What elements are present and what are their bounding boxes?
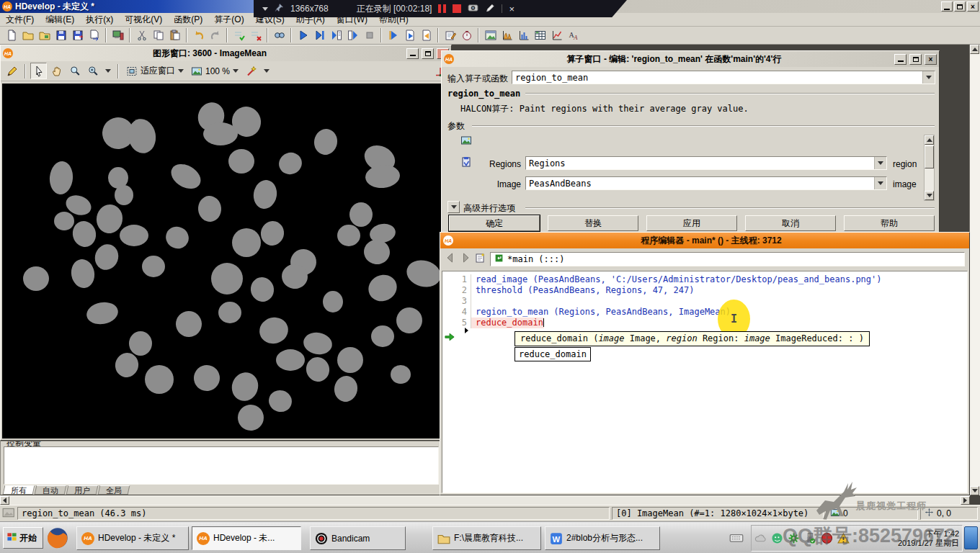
replace-button[interactable]: 替换 bbox=[548, 215, 638, 231]
execute-to-cursor-icon[interactable] bbox=[401, 27, 418, 43]
line-profile-icon[interactable] bbox=[548, 27, 565, 43]
start-button[interactable]: 开始 bbox=[3, 527, 43, 549]
stop-record-icon[interactable] bbox=[453, 4, 461, 13]
show-desktop-button[interactable] bbox=[964, 526, 978, 549]
dropdown-arrow-icon[interactable] bbox=[874, 157, 886, 169]
feature-histogram-icon[interactable] bbox=[515, 27, 532, 43]
image-canvas[interactable] bbox=[2, 84, 450, 439]
task-button-3[interactable]: Bandicam bbox=[310, 526, 406, 550]
variable-tab-全局[interactable]: 全局 bbox=[98, 485, 130, 495]
warning-icon[interactable] bbox=[837, 532, 850, 544]
task-button-1[interactable]: HAHDevelop - 未定义 * bbox=[76, 526, 189, 550]
deactivate-line-icon[interactable] bbox=[247, 27, 264, 43]
code-line-3[interactable]: 3 bbox=[442, 296, 967, 307]
main-horizontal-scrollbar[interactable] bbox=[0, 495, 970, 505]
restore-button[interactable] bbox=[954, 1, 966, 12]
save-program-icon[interactable] bbox=[53, 27, 69, 43]
keyboard-icon[interactable] bbox=[729, 531, 744, 547]
firefox-icon[interactable] bbox=[45, 526, 71, 552]
graphics-window-title-bar[interactable]: HA 图形窗口: 3600 - ImageMean × bbox=[1, 45, 451, 61]
magic-wand-icon[interactable] bbox=[243, 63, 259, 79]
control-variables-panel[interactable] bbox=[4, 446, 439, 485]
undo-icon[interactable] bbox=[190, 27, 207, 43]
taskbar-clock[interactable]: 下午 1:42 2019/1/27 星期日 bbox=[898, 529, 959, 548]
menu-item-函数(P)[interactable]: 函数(P) bbox=[168, 12, 208, 27]
scroll-up-icon[interactable] bbox=[970, 45, 979, 54]
magnifier-tool-icon[interactable] bbox=[66, 63, 83, 79]
pencil-icon[interactable] bbox=[485, 3, 495, 15]
task-button-2[interactable]: HAHDevelop - 未... bbox=[192, 526, 301, 550]
minimize-button[interactable] bbox=[941, 1, 953, 12]
close-overlay-icon[interactable]: × bbox=[509, 4, 514, 14]
main-vertical-scrollbar[interactable] bbox=[969, 45, 980, 495]
zoom-dropdown-icon[interactable] bbox=[102, 66, 113, 77]
redo-icon[interactable] bbox=[207, 27, 223, 43]
pointer-tool-icon[interactable] bbox=[30, 63, 47, 79]
open-example-icon[interactable] bbox=[36, 27, 53, 43]
chevron-down-icon[interactable] bbox=[262, 7, 268, 11]
menu-item-文件(F)[interactable]: 文件(F) bbox=[0, 12, 40, 27]
step-into-icon[interactable] bbox=[328, 27, 344, 43]
fit-window-combo[interactable]: 适应窗口 bbox=[123, 63, 187, 79]
image-matrix-icon[interactable] bbox=[532, 27, 548, 43]
capture-settings-icon[interactable] bbox=[110, 27, 126, 43]
edit-program-icon[interactable] bbox=[442, 27, 458, 43]
stop-execution-icon[interactable] bbox=[361, 27, 378, 43]
param-image-field[interactable]: PeasAndBeans bbox=[525, 176, 887, 190]
variable-tab-所有[interactable]: 所有 bbox=[3, 485, 35, 495]
pan-tool-icon[interactable] bbox=[48, 63, 65, 79]
variable-tab-用户[interactable]: 用户 bbox=[66, 485, 99, 495]
scroll-down-icon[interactable] bbox=[925, 191, 934, 200]
draw-region-icon[interactable] bbox=[4, 63, 20, 79]
gear-icon[interactable] bbox=[788, 532, 800, 544]
apply-button[interactable]: 应用 bbox=[646, 215, 737, 231]
task-button-5[interactable]: W2#blob分析与形态... bbox=[545, 526, 660, 550]
interface-font-icon[interactable]: AA bbox=[565, 27, 582, 43]
menu-item-可视化(V)[interactable]: 可视化(V) bbox=[119, 12, 168, 27]
run-program-icon[interactable] bbox=[295, 27, 311, 43]
params-scrollbar[interactable] bbox=[924, 135, 935, 201]
dropdown-arrow-icon[interactable] bbox=[874, 177, 886, 189]
close-button[interactable]: × bbox=[925, 54, 937, 65]
find-icon[interactable] bbox=[271, 27, 288, 43]
step-over-icon[interactable] bbox=[311, 27, 328, 43]
wechat-icon[interactable] bbox=[771, 532, 783, 544]
set-insert-cursor-icon[interactable] bbox=[418, 27, 435, 43]
camera-icon[interactable] bbox=[468, 2, 478, 15]
navigate-back-icon[interactable] bbox=[445, 252, 456, 266]
profiler-icon[interactable] bbox=[458, 27, 475, 43]
step-out-icon[interactable] bbox=[344, 27, 361, 43]
export-program-icon[interactable] bbox=[86, 27, 102, 43]
advanced-options-toggle[interactable] bbox=[447, 201, 460, 213]
minimize-button[interactable] bbox=[894, 54, 906, 65]
operator-input-field[interactable]: region_to_mean bbox=[512, 71, 935, 84]
variable-tab-自动[interactable]: 自动 bbox=[35, 485, 67, 495]
scroll-left-icon[interactable] bbox=[0, 496, 9, 505]
pause-icon[interactable] bbox=[438, 4, 446, 13]
activate-line-icon[interactable] bbox=[231, 27, 247, 43]
scroll-thumb[interactable] bbox=[925, 145, 934, 168]
autocomplete-item[interactable]: reduce_domain bbox=[514, 347, 591, 361]
gray-histogram-icon[interactable] bbox=[499, 27, 515, 43]
code-area[interactable]: 1read_image (PeasAndBeans, 'C:/Users/Adm… bbox=[442, 271, 968, 493]
ok-button[interactable]: 确定 bbox=[449, 215, 540, 231]
new-program-icon[interactable] bbox=[3, 27, 19, 43]
scroll-up-icon[interactable] bbox=[925, 135, 934, 145]
cloud-icon[interactable] bbox=[754, 532, 767, 544]
copy-icon[interactable] bbox=[150, 27, 166, 43]
reset-execution-icon[interactable] bbox=[385, 27, 401, 43]
scroll-down-icon[interactable] bbox=[970, 486, 979, 495]
maximize-button[interactable] bbox=[422, 48, 434, 59]
minimize-button[interactable] bbox=[406, 48, 419, 59]
usb-icon[interactable] bbox=[804, 532, 816, 544]
code-line-4[interactable]: 4region_to_mean (Regions, PeasAndBeans, … bbox=[442, 307, 967, 318]
code-line-2[interactable]: 2threshold (PeasAndBeans, Regions, 47, 2… bbox=[442, 285, 967, 296]
cancel-button[interactable]: 取消 bbox=[745, 215, 836, 231]
zoom-level-combo[interactable]: 100 % bbox=[188, 63, 241, 79]
task-button-4[interactable]: F:\晨鹿教育科技... bbox=[432, 526, 541, 550]
function-selector[interactable]: *main (:::) bbox=[490, 252, 965, 266]
maximize-button[interactable] bbox=[909, 54, 922, 65]
navigate-forward-icon[interactable] bbox=[460, 252, 471, 266]
zoom-in-tool-icon[interactable] bbox=[84, 63, 101, 79]
scroll-right-icon[interactable] bbox=[961, 496, 970, 505]
